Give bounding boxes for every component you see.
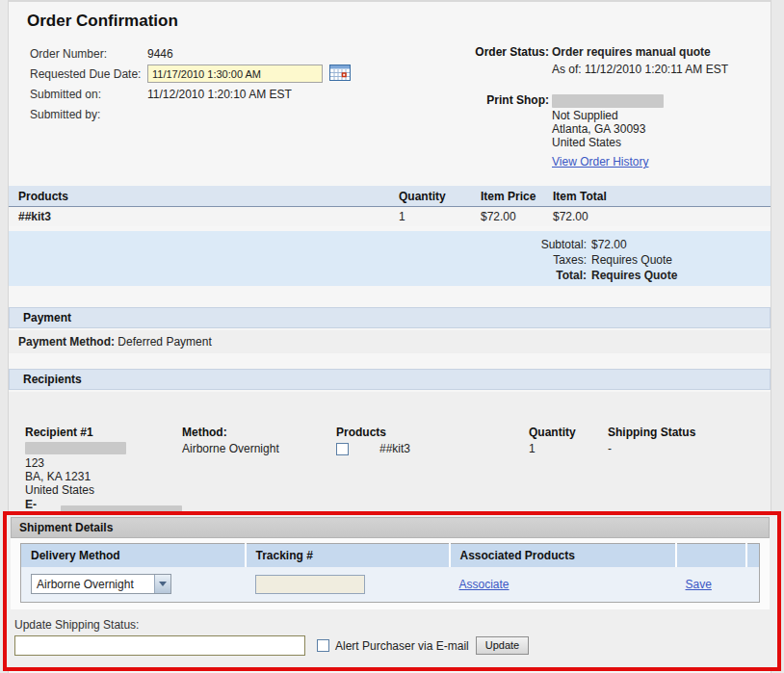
tracking-number-input[interactable] — [255, 575, 365, 594]
recipient-shipping-status-column: Shipping Status - — [608, 426, 771, 525]
recipient-quantity-value: 1 — [529, 442, 608, 455]
recipient-title: Recipient #1 — [25, 426, 182, 439]
delivery-method-header: Delivery Method — [21, 544, 246, 567]
taxes-label: Taxes: — [9, 252, 587, 268]
calendar-icon — [329, 65, 351, 84]
due-date-label: Requested Due Date: — [30, 67, 147, 81]
order-status-panel: Order Status: Order requires manual quot… — [413, 43, 771, 170]
order-status-label: Order Status: — [413, 43, 549, 61]
shipping-status-label: Shipping Status — [608, 426, 771, 439]
shipment-table: Delivery Method Tracking # Associated Pr… — [20, 543, 760, 603]
order-number-value: 9446 — [147, 47, 173, 61]
save-link[interactable]: Save — [686, 578, 712, 591]
submitted-by-label: Submitted by: — [30, 108, 147, 121]
total-value: Requires Quote — [591, 268, 677, 283]
subtotal-label: Subtotal: — [9, 237, 587, 252]
item-price-header: Item Price — [471, 190, 548, 203]
order-number-label: Order Number: — [30, 47, 147, 61]
view-order-history-link[interactable]: View Order History — [552, 153, 648, 170]
product-total-cell: $72.00 — [548, 210, 771, 223]
due-date-input[interactable] — [147, 65, 323, 83]
update-shipping-area: Update Shipping Status: Alert Purchaser … — [7, 609, 777, 656]
alert-purchaser-label: Alert Purchaser via E-mail — [335, 639, 469, 653]
print-shop-address-1: Not Supplied — [552, 109, 771, 122]
recipient-quantity-column: Quantity 1 — [529, 426, 608, 525]
print-shop-address-2: Atlanta, GA 30093 — [552, 122, 771, 136]
quantity-header: Quantity — [389, 190, 471, 203]
subtotal-value: $72.00 — [591, 237, 627, 252]
method-label: Method: — [182, 426, 336, 439]
shipment-details-header: Shipment Details — [11, 517, 770, 538]
recipient-products-label: Products — [336, 426, 529, 439]
update-button[interactable]: Update — [476, 636, 529, 655]
delivery-method-selected: Airborne Overnight — [32, 578, 154, 591]
payment-method-label: Payment Method: — [18, 335, 115, 349]
item-total-header: Item Total — [548, 190, 771, 203]
products-table-header: Products Quantity Item Price Item Total — [9, 186, 771, 207]
order-header-section: Order Confirmation Order Number: 9446 Re… — [9, 2, 771, 186]
order-status-value: Order requires manual quote — [552, 43, 771, 61]
associate-link[interactable]: Associate — [459, 578, 510, 591]
order-status-as-of: As of: 11/12/2010 1:20:11 AM EST — [552, 61, 771, 78]
recipient-quantity-label: Quantity — [529, 426, 608, 439]
product-name-cell: ##kit3 — [9, 210, 389, 223]
payment-method-value: Deferred Payment — [118, 335, 211, 349]
redacted-recipient-name — [25, 442, 126, 454]
chevron-down-icon — [154, 575, 170, 593]
payment-section-header: Payment — [9, 307, 771, 328]
recipient-product-name: ##kit3 — [379, 442, 410, 455]
page-title: Order Confirmation — [9, 12, 771, 31]
taxes-value: Requires Quote — [591, 252, 672, 268]
tracking-header: Tracking # — [246, 544, 450, 567]
save-column-header — [676, 544, 746, 567]
associated-products-header: Associated Products — [450, 544, 676, 567]
submitted-on-value: 11/12/2010 1:20:10 AM EST — [147, 88, 292, 101]
recipient-address-1: 123 — [25, 456, 182, 470]
recipient-address-3: United States — [25, 483, 182, 497]
shipment-row: Airborne Overnight Associate Save — [21, 567, 760, 603]
redacted-print-shop-name — [552, 94, 664, 108]
table-row: ##kit3 1 $72.00 $72.00 — [9, 207, 771, 226]
print-shop-address-3: United States — [552, 136, 771, 149]
recipient-block: Recipient #1 123 BA, KA 1231 United Stat… — [9, 392, 771, 513]
recipient-products-column: Products ##kit3 — [336, 426, 529, 525]
recipient-address-column: Recipient #1 123 BA, KA 1231 United Stat… — [25, 426, 182, 525]
payment-content: Payment Method: Deferred Payment — [9, 330, 771, 353]
shipment-table-area: Delivery Method Tracking # Associated Pr… — [11, 538, 770, 609]
update-shipping-label: Update Shipping Status: — [14, 617, 777, 633]
recipients-section-header: Recipients — [9, 369, 771, 390]
annotation-highlight-box: Shipment Details Delivery Method Trackin… — [3, 511, 781, 671]
method-value: Airborne Overnight — [182, 442, 336, 455]
recipient-method-column: Method: Airborne Overnight — [182, 426, 336, 525]
calendar-button[interactable] — [329, 65, 351, 84]
recipient-address-2: BA, KA 1231 — [25, 470, 182, 483]
delivery-method-select[interactable]: Airborne Overnight — [31, 574, 171, 594]
print-shop-label: Print Shop: — [413, 91, 549, 109]
order-confirmation-page: Order Confirmation Order Number: 9446 Re… — [8, 0, 771, 673]
total-label: Total: — [9, 268, 587, 283]
product-quantity-cell: 1 — [389, 210, 471, 223]
shipping-status-input[interactable] — [14, 635, 305, 656]
products-header: Products — [9, 190, 389, 203]
order-summary: Subtotal: $72.00 Taxes: Requires Quote T… — [9, 231, 771, 286]
empty-column-header — [746, 544, 760, 567]
product-price-cell: $72.00 — [471, 210, 548, 223]
product-checkbox[interactable] — [336, 443, 349, 455]
order-info: Order Number: 9446 Requested Due Date: — [9, 43, 413, 170]
shipping-status-value: - — [608, 442, 771, 455]
alert-purchaser-checkbox[interactable] — [317, 639, 329, 652]
submitted-on-label: Submitted on: — [30, 88, 147, 101]
